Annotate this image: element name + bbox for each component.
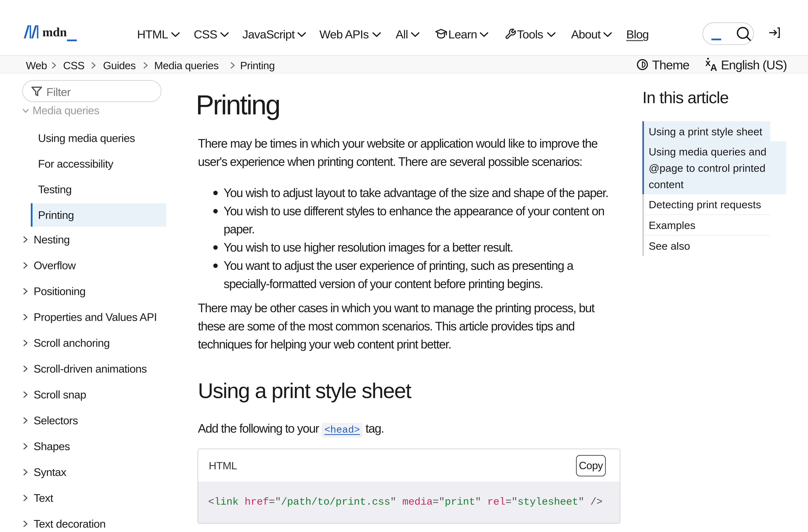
- svg-text:mdn: mdn: [42, 25, 67, 39]
- svg-text:A: A: [710, 62, 717, 72]
